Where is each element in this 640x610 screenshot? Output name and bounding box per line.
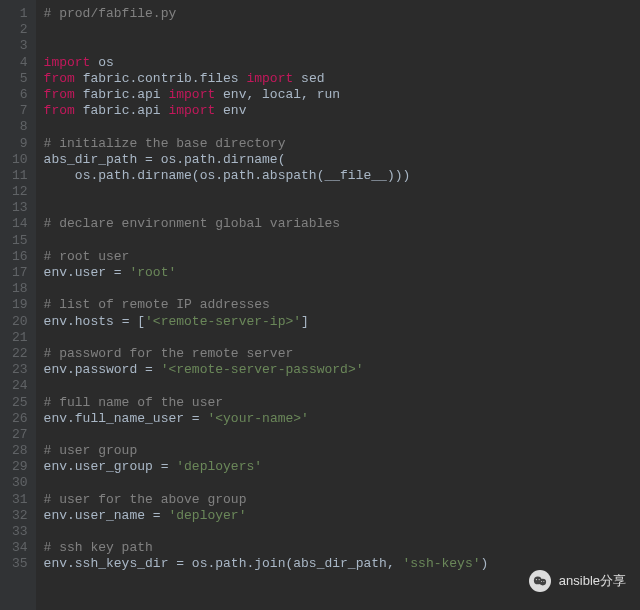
watermark-text: ansible分享 <box>559 573 626 589</box>
line-number: 26 <box>12 411 28 427</box>
code-editor[interactable]: 1234567891011121314151617181920212223242… <box>0 0 640 610</box>
code-line <box>44 378 640 394</box>
line-number: 33 <box>12 524 28 540</box>
line-number: 25 <box>12 395 28 411</box>
line-number: 21 <box>12 330 28 346</box>
svg-point-5 <box>543 581 544 582</box>
line-number: 1 <box>12 6 28 22</box>
code-line: env.user_group = 'deployers' <box>44 459 640 475</box>
line-number: 14 <box>12 216 28 232</box>
line-number: 27 <box>12 427 28 443</box>
line-number: 30 <box>12 475 28 491</box>
code-line: abs_dir_path = os.path.dirname( <box>44 152 640 168</box>
code-line: # prod/fabfile.py <box>44 6 640 22</box>
code-line: # initialize the base directory <box>44 136 640 152</box>
code-line: from fabric.contrib.files import sed <box>44 71 640 87</box>
line-number: 13 <box>12 200 28 216</box>
line-number: 34 <box>12 540 28 556</box>
code-line <box>44 184 640 200</box>
svg-point-3 <box>538 579 539 580</box>
code-line: env.full_name_user = '<your-name>' <box>44 411 640 427</box>
code-line: os.path.dirname(os.path.abspath(__file__… <box>44 168 640 184</box>
line-number: 20 <box>12 314 28 330</box>
line-number: 11 <box>12 168 28 184</box>
code-line: env.hosts = ['<remote-server-ip>'] <box>44 314 640 330</box>
line-number: 35 <box>12 556 28 572</box>
code-line: # declare environment global variables <box>44 216 640 232</box>
line-number-gutter: 1234567891011121314151617181920212223242… <box>0 0 36 610</box>
code-line: # password for the remote server <box>44 346 640 362</box>
svg-point-1 <box>539 579 546 586</box>
svg-point-2 <box>536 579 537 580</box>
wechat-icon <box>529 570 551 592</box>
line-number: 17 <box>12 265 28 281</box>
line-number: 7 <box>12 103 28 119</box>
line-number: 28 <box>12 443 28 459</box>
line-number: 3 <box>12 38 28 54</box>
code-line <box>44 200 640 216</box>
code-line <box>44 22 640 38</box>
line-number: 12 <box>12 184 28 200</box>
code-line <box>44 233 640 249</box>
code-line <box>44 427 640 443</box>
line-number: 2 <box>12 22 28 38</box>
code-line <box>44 475 640 491</box>
code-line: env.user_name = 'deployer' <box>44 508 640 524</box>
code-line <box>44 38 640 54</box>
code-line: # user group <box>44 443 640 459</box>
svg-point-4 <box>541 581 542 582</box>
code-line: import os <box>44 55 640 71</box>
line-number: 29 <box>12 459 28 475</box>
code-line <box>44 281 640 297</box>
line-number: 6 <box>12 87 28 103</box>
line-number: 16 <box>12 249 28 265</box>
code-line: # ssh key path <box>44 540 640 556</box>
line-number: 22 <box>12 346 28 362</box>
code-line: from fabric.api import env <box>44 103 640 119</box>
line-number: 24 <box>12 378 28 394</box>
line-number: 9 <box>12 136 28 152</box>
code-line: # list of remote IP addresses <box>44 297 640 313</box>
line-number: 18 <box>12 281 28 297</box>
line-number: 10 <box>12 152 28 168</box>
code-line: env.password = '<remote-server-password>… <box>44 362 640 378</box>
code-line <box>44 524 640 540</box>
code-area[interactable]: # prod/fabfile.py import os from fabric.… <box>36 0 640 610</box>
watermark: ansible分享 <box>529 570 626 592</box>
line-number: 31 <box>12 492 28 508</box>
code-line: # root user <box>44 249 640 265</box>
line-number: 19 <box>12 297 28 313</box>
code-line: from fabric.api import env, local, run <box>44 87 640 103</box>
code-line <box>44 330 640 346</box>
code-line <box>44 119 640 135</box>
line-number: 15 <box>12 233 28 249</box>
line-number: 23 <box>12 362 28 378</box>
code-line: # user for the above group <box>44 492 640 508</box>
line-number: 32 <box>12 508 28 524</box>
line-number: 5 <box>12 71 28 87</box>
code-line: env.user = 'root' <box>44 265 640 281</box>
code-line: # full name of the user <box>44 395 640 411</box>
line-number: 4 <box>12 55 28 71</box>
line-number: 8 <box>12 119 28 135</box>
